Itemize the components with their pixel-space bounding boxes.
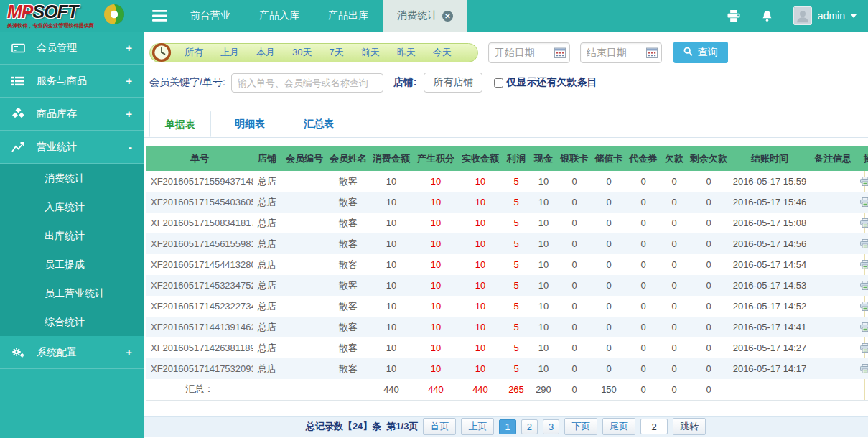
quick-range-2[interactable]: 本月	[248, 46, 284, 59]
printer-icon[interactable]	[860, 239, 868, 248]
nav-item-3[interactable]: 消费统计✕	[383, 0, 467, 32]
column-header: 实收金额	[458, 146, 503, 171]
next-page-button[interactable]: 下页	[564, 418, 597, 435]
quick-range-1[interactable]: 上月	[212, 46, 248, 59]
debt-checkbox-input[interactable]	[494, 78, 503, 88]
printer-icon[interactable]	[860, 260, 868, 269]
cell: 10	[458, 296, 503, 317]
top-nav: 前台营业产品入库产品出库消费统计✕	[176, 0, 467, 32]
sidebar-item-1[interactable]: 服务与商品+	[0, 65, 144, 98]
cell: 2016-05-17 14:54	[729, 254, 810, 275]
cell: 10	[369, 213, 414, 233]
cell: 290	[530, 379, 557, 400]
column-header: 欠款	[661, 146, 688, 171]
minus-icon: -	[129, 141, 132, 153]
quick-range-3[interactable]: 30天	[284, 46, 320, 59]
cell	[327, 379, 369, 400]
quick-range-5[interactable]: 前天	[353, 46, 388, 59]
cell: 0	[626, 254, 661, 275]
tab-detail-table[interactable]: 明细表	[220, 111, 280, 137]
page-button-1[interactable]: 1	[499, 419, 515, 434]
sidebar-item-4[interactable]: 系统配置+	[0, 336, 144, 369]
cell: 0	[557, 379, 592, 400]
sidebar: 会员管理+服务与商品+商品库存+营业统计-消费统计入库统计出库统计员工提成员工营…	[0, 32, 144, 438]
printer-icon[interactable]	[860, 364, 868, 373]
last-page-button[interactable]: 尾页	[602, 418, 635, 435]
sidebar-item-2[interactable]: 商品库存+	[0, 98, 144, 131]
column-header: 产生积分	[414, 146, 458, 171]
tab-summary-table[interactable]: 汇总表	[289, 111, 349, 137]
printer-icon[interactable]	[860, 218, 868, 228]
cell: 10	[369, 275, 414, 296]
cell	[281, 192, 327, 213]
cell: 0	[661, 233, 688, 254]
jump-page-input[interactable]	[640, 419, 668, 434]
cell: 散客	[327, 171, 369, 192]
cell	[281, 171, 327, 192]
cell: 0	[592, 317, 626, 337]
quick-range-6[interactable]: 昨天	[388, 46, 424, 59]
print-icon[interactable]	[727, 10, 741, 22]
hamburger-icon[interactable]	[144, 0, 176, 32]
cell: 5	[503, 213, 530, 233]
header-right: admin	[727, 0, 868, 32]
jump-button[interactable]: 跳转	[673, 418, 706, 435]
printer-icon[interactable]	[860, 343, 868, 353]
quick-range-0[interactable]: 所有	[176, 46, 212, 59]
quick-range-7[interactable]: 今天	[424, 46, 460, 59]
printer-icon[interactable]	[860, 197, 868, 207]
shop-select-button[interactable]: 所有店铺	[424, 73, 482, 93]
query-button[interactable]: 查询	[673, 42, 728, 63]
printer-icon[interactable]	[860, 177, 868, 186]
calendar-icon[interactable]	[646, 47, 658, 61]
sidebar-item-label: 系统配置	[37, 346, 77, 359]
cell: XF201605171426381189	[146, 337, 253, 358]
cell: 0	[661, 317, 688, 337]
cell: 散客	[327, 275, 369, 296]
cell: 0	[592, 254, 626, 275]
printer-icon[interactable]	[860, 281, 868, 290]
submenu-item-4[interactable]: 员工营业统计	[0, 279, 144, 307]
prev-page-button[interactable]: 上页	[461, 418, 494, 435]
debt-only-checkbox[interactable]: 仅显示还有欠款条目	[494, 76, 597, 89]
cell: XF201605171441391462	[146, 317, 253, 337]
first-page-button[interactable]: 首页	[423, 418, 456, 435]
cell: 10	[369, 171, 414, 192]
printer-icon[interactable]	[860, 322, 868, 332]
caret-down-icon	[851, 14, 857, 18]
nav-item-1[interactable]: 产品入库	[245, 0, 314, 32]
nav-item-label: 前台营业	[190, 9, 230, 22]
sidebar-item-0[interactable]: 会员管理+	[0, 32, 144, 65]
cell: 10	[458, 233, 503, 254]
printer-icon[interactable]	[860, 302, 868, 311]
page-button-2[interactable]: 2	[521, 419, 538, 434]
user-menu[interactable]: admin	[793, 6, 857, 25]
quick-range-4[interactable]: 7天	[320, 46, 352, 59]
cell: 10	[530, 317, 557, 337]
cell: 2016-05-17 15:46	[729, 192, 810, 213]
bell-icon[interactable]	[761, 10, 773, 22]
cell: 2016-05-17 15:59	[729, 171, 810, 192]
sidebar-item-3[interactable]: 营业统计-	[0, 131, 144, 164]
cell: 总店	[253, 192, 281, 213]
sidebar-item-label: 会员管理	[37, 42, 77, 55]
list-icon	[11, 76, 27, 86]
table-row: XF201605171545403605总店散客1010105100000020…	[146, 192, 868, 213]
close-icon[interactable]: ✕	[442, 11, 453, 22]
calendar-icon[interactable]	[554, 47, 566, 61]
ops-cell	[856, 275, 868, 296]
submenu-item-5[interactable]: 综合统计	[0, 307, 144, 336]
tab-bill-table[interactable]: 单据表	[149, 111, 211, 137]
submenu-item-1[interactable]: 入库统计	[0, 192, 144, 221]
submenu-item-2[interactable]: 出库统计	[0, 221, 144, 250]
cell: 0	[688, 358, 729, 379]
keyword-input[interactable]	[231, 73, 383, 93]
submenu-item-0[interactable]: 消费统计	[0, 164, 144, 192]
page-button-3[interactable]: 3	[543, 419, 559, 434]
nav-item-0[interactable]: 前台营业	[176, 0, 245, 32]
ops-cell	[856, 296, 868, 317]
cell: 0	[688, 296, 729, 317]
submenu-item-3[interactable]: 员工提成	[0, 250, 144, 279]
nav-item-2[interactable]: 产品出库	[314, 0, 383, 32]
plus-icon: +	[126, 108, 132, 120]
